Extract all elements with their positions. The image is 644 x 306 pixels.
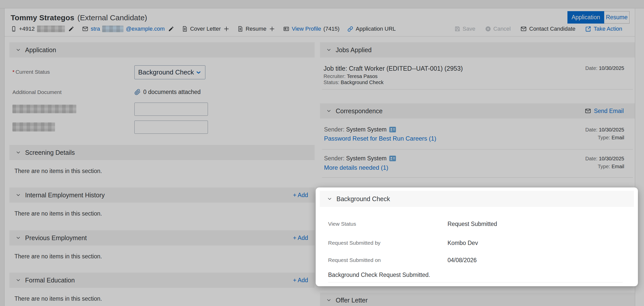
background-check-panel: Background Check View Status Request Sub…	[316, 187, 638, 286]
chevron-down-icon	[327, 196, 332, 202]
background-check-message: Background Check Request Submitted.	[328, 272, 430, 278]
view-status-value: Request Submitted	[448, 221, 497, 227]
request-submitted-on-value: 04/08/2026	[448, 257, 477, 264]
section-title: Background Check	[336, 195, 390, 203]
divider	[328, 282, 623, 282]
request-submitted-by-value: Kombo Dev	[448, 240, 478, 246]
request-submitted-by-label: Request Submitted by	[328, 240, 381, 246]
request-submitted-on-label: Request Submitted on	[328, 257, 381, 263]
view-status-label: View Status	[328, 221, 356, 227]
section-header-background-check[interactable]: Background Check	[320, 191, 634, 207]
